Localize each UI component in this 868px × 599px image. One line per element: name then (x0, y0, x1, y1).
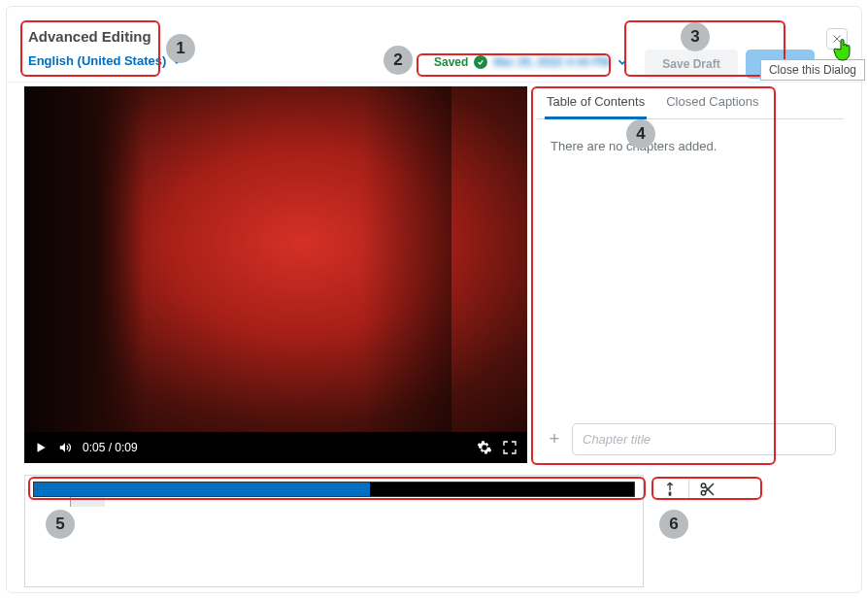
saved-timestamp: Mar 29, 2022 4:44 PM (493, 55, 610, 69)
save-status: Saved Mar 29, 2022 4:44 PM (434, 55, 629, 69)
svg-rect-4 (669, 492, 672, 496)
tab-table-of-contents[interactable]: Table of Contents (545, 86, 647, 118)
marker-tool[interactable] (657, 477, 683, 502)
separator (688, 480, 689, 499)
add-chapter-button[interactable]: + (545, 429, 564, 449)
editor-header: Advanced Editing English (United States)… (7, 7, 861, 83)
timeline-track[interactable] (33, 482, 635, 497)
side-panel: Table of Contents Closed Captions There … (537, 86, 844, 463)
chapter-title-input[interactable] (572, 423, 836, 455)
saved-label: Saved (434, 55, 468, 69)
fullscreen-button[interactable] (502, 440, 517, 455)
check-circle-icon (474, 55, 487, 69)
video-player[interactable]: 0:05 / 0:09 (24, 86, 527, 463)
timeline-panel (24, 475, 644, 587)
hand-cursor-icon (832, 36, 855, 63)
chevron-down-icon[interactable] (616, 55, 629, 69)
cut-tool[interactable] (695, 477, 720, 502)
svg-marker-2 (38, 443, 46, 451)
language-selector[interactable]: English (United States) (28, 53, 184, 68)
side-tabs: Table of Contents Closed Captions (537, 86, 844, 119)
svg-marker-3 (60, 443, 65, 451)
play-button[interactable] (34, 441, 48, 454)
timeline-tools (657, 475, 720, 504)
chapters-empty-message: There are no chapters added. (551, 139, 830, 153)
video-controls: 0:05 / 0:09 (24, 432, 527, 463)
volume-button[interactable] (57, 441, 73, 454)
video-time: 0:05 / 0:09 (83, 441, 138, 454)
settings-button[interactable] (477, 440, 492, 455)
tab-closed-captions[interactable]: Closed Captions (664, 86, 760, 118)
save-draft-button[interactable]: Save Draft (645, 50, 737, 79)
timeline-playhead[interactable] (70, 497, 105, 507)
chevron-down-icon (170, 54, 184, 68)
page-title: Advanced Editing (28, 28, 151, 45)
video-frame (24, 86, 527, 432)
language-label: English (United States) (28, 53, 166, 68)
chapters-list: There are no chapters added. (537, 123, 844, 415)
